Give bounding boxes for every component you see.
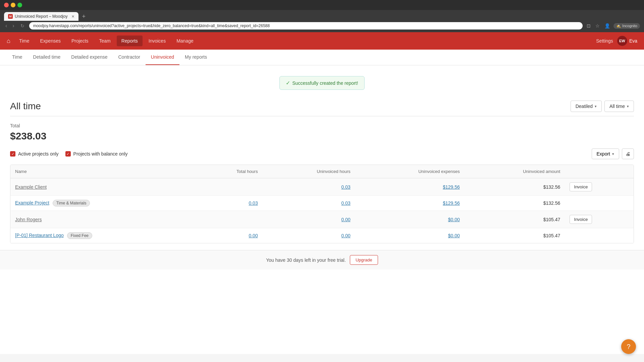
back-btn[interactable]: ‹: [4, 22, 8, 29]
client2-link[interactable]: John Rogers: [15, 217, 42, 222]
col-name: Name: [10, 165, 197, 178]
project2-uninvoiced-expenses-link[interactable]: $0.00: [448, 233, 460, 238]
minimize-window-btn[interactable]: [11, 3, 15, 7]
table-row: Example Client 0.03 $129.56 $132.56 Invo…: [10, 178, 634, 196]
project2-uninvoiced-hours: 0.00: [263, 228, 355, 243]
project-uninvoiced-hours: 0.03: [263, 196, 355, 211]
top-nav: ⌂ Time Expenses Projects Team Reports In…: [0, 32, 644, 50]
subnav-my-reports[interactable]: My reports: [179, 50, 212, 65]
filters-row: ✓ Active projects only ✓ Projects with b…: [10, 148, 634, 159]
table-header: Name Total hours Uninvoiced hours Uninvo…: [10, 165, 634, 178]
client-name-cell: Example Client: [10, 178, 197, 196]
project-uninvoiced-hours-link[interactable]: 0.03: [341, 200, 351, 206]
profile-btn[interactable]: 👤: [603, 22, 611, 29]
nav-links: Time Expenses Projects Team Reports Invo…: [14, 36, 596, 46]
upgrade-btn[interactable]: Upgrade: [350, 255, 378, 265]
subnav-time[interactable]: Time: [7, 50, 28, 65]
help-icon: ?: [627, 343, 630, 351]
project2-name-cell: [P-01] Restaurant Logo Fixed Fee: [10, 228, 197, 243]
home-link[interactable]: ⌂: [7, 38, 10, 45]
project-total-hours: 0.03: [197, 196, 263, 211]
project2-uninvoiced-expenses: $0.00: [355, 228, 465, 243]
report-table-container: Name Total hours Uninvoiced hours Uninvo…: [10, 165, 634, 243]
filters-right: Export ▾ 🖨: [592, 148, 634, 159]
col-uninvoiced-hours: Uninvoiced hours: [263, 165, 355, 178]
project-total-hours-link[interactable]: 0.03: [249, 200, 258, 206]
col-uninvoiced-expenses: Uninvoiced expenses: [355, 165, 465, 178]
refresh-btn[interactable]: ↻: [18, 22, 26, 29]
table-body: Example Client 0.03 $129.56 $132.56 Invo…: [10, 178, 634, 243]
uninvoiced-expenses-link[interactable]: $129.56: [443, 184, 460, 190]
project2-uninvoiced-amount: $105.47: [465, 228, 565, 243]
balance-only-checkbox[interactable]: ✓: [65, 151, 71, 157]
maximize-window-btn[interactable]: [17, 3, 22, 7]
table-row: Example Project Time & Materials 0.03 0.…: [10, 196, 634, 211]
print-btn[interactable]: 🖨: [622, 148, 634, 159]
nav-manage[interactable]: Manage: [172, 36, 198, 46]
client2-uninvoiced-hours-link[interactable]: 0.00: [341, 217, 351, 222]
success-toast: ✓ Successfully created the report!: [279, 76, 364, 90]
client2-invoice-cell: Invoice: [565, 211, 634, 228]
project2-total-hours-link[interactable]: 0.00: [249, 233, 258, 238]
nav-expenses[interactable]: Expenses: [35, 36, 65, 46]
time-dropdown-chevron: ▾: [627, 104, 629, 109]
settings-link[interactable]: Settings: [596, 38, 613, 44]
new-tab-btn[interactable]: +: [80, 12, 88, 21]
project2-total-hours: 0.00: [197, 228, 263, 243]
trial-message: You have 30 days left in your free trial…: [266, 257, 346, 263]
time-dropdown-btn[interactable]: All time ▾: [604, 101, 634, 112]
nav-reports[interactable]: Reports: [117, 36, 143, 46]
invoice-btn[interactable]: Invoice: [570, 182, 592, 191]
close-window-btn[interactable]: [4, 3, 9, 7]
client-uninvoiced-amount: $132.56: [465, 178, 565, 196]
bookmark-btn[interactable]: ☆: [594, 22, 601, 29]
address-bar[interactable]: [29, 22, 583, 29]
browser-chrome: [0, 0, 644, 10]
window-controls: [4, 3, 22, 7]
active-tab[interactable]: M Uninvoiced Report – Moodjoy ✕: [4, 12, 78, 21]
table-row: [P-01] Restaurant Logo Fixed Fee 0.00 0.…: [10, 228, 634, 243]
balance-only-filter[interactable]: ✓ Projects with balance only: [65, 151, 128, 157]
active-projects-checkbox[interactable]: ✓: [10, 151, 15, 157]
client2-uninvoiced-expenses-link[interactable]: $0.00: [448, 217, 460, 222]
nav-time[interactable]: Time: [14, 36, 34, 46]
export-label: Export: [597, 151, 610, 157]
client-link[interactable]: Example Client: [15, 184, 47, 190]
client-invoice-cell: Invoice: [565, 178, 634, 196]
uninvoiced-hours-link[interactable]: 0.03: [341, 184, 351, 190]
export-btn[interactable]: Export ▾: [592, 148, 619, 159]
tab-close-btn[interactable]: ✕: [71, 14, 74, 19]
detail-dropdown-label: Deatiled: [576, 104, 593, 109]
subnav-contractor[interactable]: Contractor: [113, 50, 145, 65]
nav-invoices[interactable]: Invoices: [144, 36, 170, 46]
total-amount: $238.03: [10, 130, 634, 142]
print-icon: 🖨: [626, 151, 630, 157]
help-btn[interactable]: ?: [621, 339, 636, 354]
nav-projects[interactable]: Projects: [67, 36, 93, 46]
nav-team[interactable]: Team: [95, 36, 115, 46]
project2-uninvoiced-hours-link[interactable]: 0.00: [341, 233, 351, 238]
nav-right: Settings EW Eva: [596, 36, 637, 46]
active-projects-filter[interactable]: ✓ Active projects only: [10, 151, 59, 157]
client-uninvoiced-expenses: $129.56: [355, 178, 465, 196]
subnav-detailed-time[interactable]: Detailed time: [28, 50, 66, 65]
page-title: All time: [10, 101, 41, 112]
total-label: Total: [10, 123, 634, 128]
subnav-uninvoiced[interactable]: Uninvoiced: [146, 50, 179, 65]
address-bar-row: ‹ › ↻ ⊡ ☆ 👤 🕵 Incognito: [0, 21, 644, 32]
invoice2-btn[interactable]: Invoice: [570, 215, 592, 224]
client2-uninvoiced-amount: $105.47: [465, 211, 565, 228]
avatar: EW: [617, 36, 627, 46]
client2-uninvoiced-hours: 0.00: [263, 211, 355, 228]
project-link[interactable]: Example Project: [15, 200, 49, 205]
forward-btn[interactable]: ›: [11, 22, 15, 29]
report-table: Name Total hours Uninvoiced hours Uninvo…: [10, 165, 634, 243]
tab-favicon: M: [8, 14, 13, 19]
cast-btn[interactable]: ⊡: [585, 22, 592, 29]
project-uninvoiced-expenses-link[interactable]: $129.56: [443, 200, 460, 206]
detail-dropdown-btn[interactable]: Deatiled ▾: [571, 101, 602, 112]
client-uninvoiced-hours: 0.03: [263, 178, 355, 196]
project2-link[interactable]: [P-01] Restaurant Logo: [15, 233, 64, 238]
toast-check-icon: ✓: [286, 80, 290, 86]
subnav-detailed-expense[interactable]: Detailed expense: [66, 50, 113, 65]
